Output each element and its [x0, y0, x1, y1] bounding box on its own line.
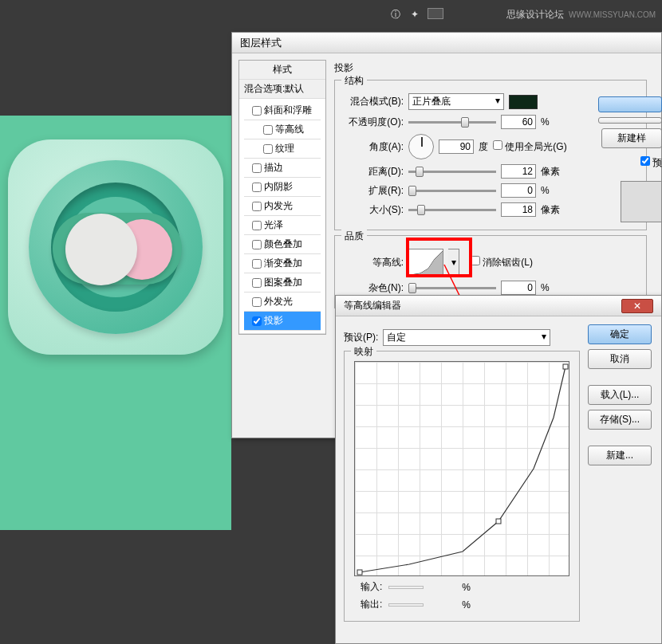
percent-unit: %	[541, 116, 550, 128]
contour-editor-dialog: 等高线编辑器 ✕ 预设(P): 自定▾ 映射	[335, 295, 662, 644]
close-button[interactable]: ✕	[621, 299, 653, 313]
angle-label: 角度(A):	[343, 140, 404, 154]
shadow-section-title: 投影	[334, 61, 647, 75]
degree-unit: 度	[479, 140, 488, 154]
percent-unit2: %	[541, 185, 550, 196]
preview-check[interactable]: 预	[640, 156, 662, 170]
ok-button[interactable]: 确定	[588, 324, 652, 344]
blend-mode-label: 混合模式(B):	[343, 95, 404, 108]
style-item-等高线[interactable]: 等高线	[244, 120, 321, 139]
app-top-bar: ⓘ ✦ 思缘设计论坛 WWW.MISSYUAN.COM	[0, 0, 662, 29]
brand-url: WWW.MISSYUAN.COM	[569, 10, 656, 19]
svg-rect-4	[563, 364, 568, 369]
blend-options[interactable]: 混合选项:默认	[239, 80, 325, 99]
style-item-投影[interactable]: 投影	[244, 312, 321, 331]
px-unit2: 像素	[541, 203, 560, 217]
contour-picker[interactable]	[408, 249, 443, 276]
style-item-内阴影[interactable]: 内阴影	[244, 178, 321, 197]
canvas	[0, 116, 231, 530]
style-item-光泽[interactable]: 光泽	[244, 216, 321, 235]
distance-label: 距离(D):	[343, 165, 404, 179]
percent-unit4: %	[462, 582, 471, 593]
structure-group-title: 结构	[341, 74, 367, 88]
size-input[interactable]: 18	[501, 202, 536, 217]
antialias-label: 消除锯齿(L)	[483, 257, 533, 268]
output-field[interactable]	[388, 603, 424, 607]
global-light-check[interactable]: 使用全局光(G)	[493, 140, 567, 154]
quality-group-title: 品质	[341, 230, 367, 243]
styles-header[interactable]: 样式	[239, 61, 325, 80]
spread-slider[interactable]	[408, 190, 496, 192]
style-item-纹理[interactable]: 纹理	[244, 139, 321, 159]
layer-style-title[interactable]: 图层样式	[232, 33, 661, 53]
percent-unit5: %	[462, 599, 471, 611]
new-button[interactable]: 新建...	[588, 446, 652, 465]
contour-editor-title-bar[interactable]: 等高线编辑器 ✕	[336, 296, 661, 316]
size-label: 大小(S):	[343, 203, 404, 217]
switch-knob-white	[65, 214, 137, 285]
cancel-button-cut[interactable]	[598, 117, 662, 124]
brand-text: 思缘设计论坛	[506, 8, 564, 22]
opacity-label: 不透明度(O):	[343, 116, 404, 129]
opacity-input[interactable]: 60	[501, 115, 536, 129]
mapping-title: 映射	[351, 345, 376, 359]
input-label: 输入:	[361, 580, 382, 594]
spread-input[interactable]: 0	[501, 183, 536, 198]
blend-mode-value: 正片叠底	[412, 95, 451, 108]
style-item-图案叠加[interactable]: 图案叠加	[244, 273, 321, 293]
style-item-外发光[interactable]: 外发光	[244, 293, 321, 312]
px-unit: 像素	[541, 165, 560, 179]
percent-unit3: %	[541, 282, 550, 293]
style-item-描边[interactable]: 描边	[244, 159, 321, 178]
load-button[interactable]: 载入(L)...	[588, 385, 652, 405]
chevron-down-icon: ▾	[495, 95, 500, 108]
global-light-label: 使用全局光(G)	[505, 141, 566, 152]
new-style-button[interactable]: 新建样	[601, 128, 662, 148]
preset-select[interactable]: 自定▾	[383, 329, 550, 346]
size-slider[interactable]	[408, 209, 496, 211]
spread-label: 扩展(R):	[343, 184, 404, 198]
wand-icon[interactable]: ✦	[408, 8, 421, 21]
shadow-color-swatch[interactable]	[509, 95, 538, 109]
noise-slider[interactable]	[408, 287, 496, 289]
antialias-check[interactable]: 消除锯齿(L)	[471, 256, 533, 269]
input-field[interactable]	[388, 586, 424, 589]
style-item-斜面和浮雕[interactable]: 斜面和浮雕	[244, 101, 321, 120]
style-item-颜色叠加[interactable]: 颜色叠加	[244, 235, 321, 254]
info-icon[interactable]: ⓘ	[389, 8, 402, 21]
contour-curve[interactable]	[354, 361, 569, 576]
menu-icon[interactable]	[428, 8, 443, 19]
style-item-内发光[interactable]: 内发光	[244, 197, 321, 216]
ls-button-column: 新建样 预	[597, 96, 662, 222]
distance-slider[interactable]	[408, 171, 496, 173]
preset-value: 自定	[387, 331, 406, 344]
blend-mode-select[interactable]: 正片叠底▾	[408, 93, 504, 110]
angle-input[interactable]: 90	[439, 139, 474, 154]
style-item-渐变叠加[interactable]: 渐变叠加	[244, 254, 321, 273]
svg-rect-3	[496, 519, 501, 524]
top-icons: ⓘ ✦	[389, 8, 443, 21]
style-list: 样式 混合选项:默认 斜面和浮雕 等高线 纹理 描边 内阴影 内发光 光泽 颜色…	[238, 60, 326, 335]
preview-label: 预	[652, 156, 662, 170]
noise-input[interactable]: 0	[501, 281, 536, 295]
distance-input[interactable]: 12	[501, 164, 536, 179]
switch-icon-art	[8, 139, 223, 355]
preview-swatch	[621, 181, 662, 222]
svg-marker-0	[411, 251, 443, 275]
noise-label: 杂色(N):	[343, 281, 404, 295]
mapping-group: 映射 输入: % 输出:	[344, 351, 580, 622]
chevron-down-icon: ▾	[542, 331, 546, 344]
svg-rect-2	[357, 570, 362, 575]
cancel-button[interactable]: 取消	[588, 349, 652, 369]
preset-label: 预设(P):	[344, 331, 378, 344]
contour-label: 等高线:	[343, 256, 404, 269]
opacity-slider[interactable]	[408, 121, 496, 124]
ok-button-cut[interactable]	[598, 96, 662, 112]
output-label: 输出:	[361, 598, 382, 611]
angle-dial[interactable]	[408, 134, 434, 159]
contour-dropdown[interactable]: ▾	[448, 249, 459, 276]
save-button[interactable]: 存储(S)...	[588, 410, 652, 430]
contour-editor-title: 等高线编辑器	[344, 299, 401, 312]
